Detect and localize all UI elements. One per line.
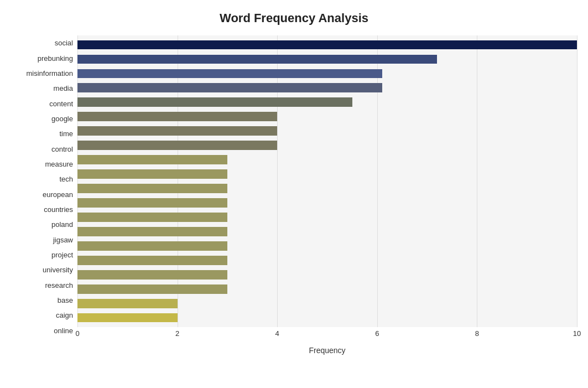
y-label: base	[11, 297, 77, 304]
bar	[77, 227, 227, 236]
y-label: university	[11, 266, 77, 273]
x-tick: 8	[475, 329, 479, 338]
y-label: tech	[11, 175, 77, 183]
bar-row	[77, 182, 577, 196]
bar	[77, 184, 227, 193]
bar	[77, 313, 178, 323]
y-label: online	[11, 327, 77, 334]
bar-row	[77, 52, 577, 66]
bar-row	[77, 95, 577, 110]
y-label: caign	[11, 312, 77, 319]
bar-row	[77, 38, 577, 52]
x-tick: 4	[275, 329, 279, 338]
chart-title: Word Frequency Analysis	[11, 11, 577, 25]
bar	[77, 198, 227, 208]
bars-wrapper	[77, 35, 577, 327]
bar-row	[77, 195, 577, 210]
bar-row	[77, 138, 577, 153]
bar-row	[77, 311, 577, 325]
bar	[77, 40, 577, 50]
bar	[77, 169, 227, 179]
y-label: poland	[11, 221, 77, 228]
y-label: jigsaw	[11, 236, 77, 244]
bar-row	[77, 253, 577, 267]
bar	[77, 55, 437, 64]
y-label: research	[11, 282, 77, 289]
grid-line	[577, 35, 577, 327]
bar-row	[77, 110, 577, 124]
chart-container: Word Frequency Analysis socialprebunking…	[0, 0, 588, 388]
x-tick: 2	[175, 329, 179, 338]
x-tick: 0	[75, 329, 79, 338]
y-label: google	[11, 115, 77, 122]
bar-row	[77, 239, 577, 253]
y-label: media	[11, 85, 77, 92]
bar	[77, 69, 382, 79]
x-tick: 10	[573, 329, 581, 338]
bar-row	[77, 167, 577, 182]
bar-row	[77, 66, 577, 81]
y-label: european	[11, 191, 77, 198]
bar-row	[77, 124, 577, 138]
x-axis: 0246810	[77, 327, 577, 344]
bar	[77, 284, 227, 294]
bar	[77, 97, 352, 107]
y-label: content	[11, 100, 77, 107]
bar	[77, 299, 178, 308]
bar-row	[77, 267, 577, 282]
y-label: misinformation	[11, 70, 77, 77]
y-label: social	[11, 39, 77, 46]
y-label: measure	[11, 161, 77, 168]
plot-area: 0246810 Frequency	[77, 35, 577, 355]
bar-row	[77, 224, 577, 239]
bar	[77, 241, 227, 251]
y-label: prebunking	[11, 55, 77, 62]
grid-and-bars	[77, 35, 577, 327]
x-axis-label: Frequency	[77, 346, 577, 355]
bar	[77, 126, 277, 136]
y-label: time	[11, 130, 77, 137]
bar-row	[77, 282, 577, 296]
bar	[77, 270, 227, 280]
bar-row	[77, 296, 577, 311]
y-axis: socialprebunkingmisinformationmediaconte…	[11, 35, 77, 355]
bar-row	[77, 81, 577, 95]
y-label: control	[11, 146, 77, 153]
bar	[77, 256, 227, 265]
bar	[77, 155, 227, 164]
x-tick: 6	[375, 329, 379, 338]
bar	[77, 213, 227, 222]
y-label: countries	[11, 206, 77, 213]
bar	[77, 112, 277, 121]
bar	[77, 141, 277, 150]
chart-area: socialprebunkingmisinformationmediaconte…	[11, 35, 577, 355]
y-label: project	[11, 251, 77, 258]
bar	[77, 83, 382, 92]
bar-row	[77, 153, 577, 167]
bar-row	[77, 210, 577, 224]
